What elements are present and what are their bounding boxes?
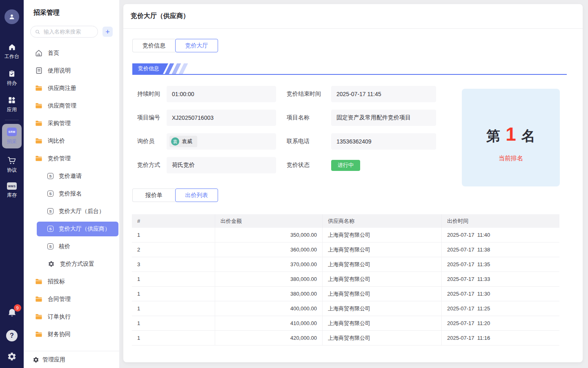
cell-index: 1	[132, 331, 215, 345]
sidebar-item-label: 竞价报名	[59, 190, 82, 197]
help-button[interactable]: ?	[6, 330, 18, 341]
form-row: 竞价方式 荷氏竞价 竞价状态 进行中	[132, 157, 360, 173]
srm-badge-icon: SRM	[7, 128, 17, 136]
sidebar-item-label: 供应商注册	[48, 85, 76, 92]
tab-bidding-hall[interactable]: 竞价大厅	[175, 39, 218, 52]
cell-amount: 360,000.00	[215, 242, 323, 257]
sidebar-item-instructions[interactable]: 使用说明	[24, 62, 119, 79]
rail-item-srm-active[interactable]: SRM 招采	[2, 124, 22, 148]
avatar[interactable]	[4, 9, 19, 24]
sidebar-item-procurement-management[interactable]: 采购管理	[24, 114, 119, 132]
field-label-end-time: 竞价结束时间	[287, 90, 326, 98]
cell-time: 2025-07-17 11:35	[442, 257, 559, 272]
sidebar-item-label: 使用说明	[48, 67, 71, 74]
tab-quotation[interactable]: 报价单	[132, 188, 175, 202]
rail-item-apps[interactable]: 应用	[7, 96, 17, 112]
col-header-amount: 出价金额	[215, 214, 323, 228]
sidebar-item-bidding-hall-backend[interactable]: S 竞价大厅（后台）	[24, 202, 119, 220]
sidebar-item-tendering[interactable]: 招投标	[24, 273, 119, 290]
cell-time: 2025-07-17 11:40	[442, 228, 559, 242]
home-icon	[35, 49, 42, 56]
cell-index: 1	[132, 287, 215, 301]
col-header-supplier: 供应商名称	[323, 214, 442, 228]
phone-field: 13536362409	[331, 133, 436, 150]
cell-index: 1	[132, 301, 215, 316]
folder-icon	[35, 85, 42, 91]
table-row[interactable]: 1 400,000.00 上海商贸有限公司 2025-07-17 11:25	[132, 301, 559, 316]
manage-apps-button[interactable]: 管理应用	[24, 351, 119, 368]
form-row: 持续时间 01:00:00 竞价结束时间 2025-07-17 11:45	[132, 86, 436, 102]
folder-icon	[35, 278, 42, 285]
tab-bidding-info[interactable]: 竞价信息	[132, 39, 175, 52]
main-tab-group: 竞价信息 竞价大厅	[132, 39, 218, 52]
table-header-row: # 出价金额 供应商名称 出价时间	[132, 214, 559, 228]
cell-supplier: 上海商贸有限公司	[323, 272, 442, 286]
main-stage: 竞价大厅（供应商） 竞价信息 竞价大厅 竞价信息 持续时间 01:00:00 竞…	[119, 0, 588, 368]
sidebar-item-bidding-invitation[interactable]: S 竞价邀请	[24, 167, 119, 185]
field-label-inquirer: 询价员	[137, 138, 167, 145]
tab-bid-list[interactable]: 出价列表	[175, 188, 218, 202]
cell-index: 2	[132, 242, 215, 257]
form-row: 询价员 袁 袁威 联系电话 13536362409	[132, 133, 436, 150]
sidebar-item-label: 首页	[48, 49, 59, 57]
rail-item-label: 招采	[7, 139, 17, 144]
cell-time: 2025-07-17 11:16	[442, 331, 559, 345]
sidebar-item-financial-collaboration[interactable]: 财务协同	[24, 325, 119, 343]
cell-amount: 410,000.00	[215, 316, 323, 330]
sidebar-item-contract-management[interactable]: 合同管理	[24, 290, 119, 308]
rank-number: 1	[506, 125, 516, 144]
search-field[interactable]	[43, 28, 93, 35]
gear-icon	[47, 260, 55, 267]
sidebar-item-home[interactable]: 首页	[24, 44, 119, 62]
duration-field: 01:00:00	[167, 86, 276, 102]
cell-index: 1	[132, 272, 215, 286]
status-badge: 进行中	[331, 160, 360, 171]
sidebar-item-supplier-registration[interactable]: 供应商注册	[24, 79, 119, 97]
form-row: 项目编号 XJ20250716003 项目名称 固定资产及常用配件竞价项目	[132, 110, 436, 126]
rail-item-inventory[interactable]: WMS 库存	[7, 182, 17, 197]
rail-divider	[5, 120, 19, 120]
sidebar-item-bidding-signup[interactable]: S 竞价报名	[24, 185, 119, 202]
sidebar-item-price-verification[interactable]: S 核价	[24, 238, 119, 255]
table-row[interactable]: 3 370,000.00 上海商贸有限公司 2025-07-17 11:35	[132, 257, 559, 272]
folder-icon	[35, 103, 42, 109]
cart-icon	[7, 157, 16, 165]
search-input[interactable]	[30, 26, 98, 38]
bidding-doc-icon: S	[47, 243, 53, 249]
rank-line: 第1名	[486, 125, 535, 144]
rail-item-workbench[interactable]: 工作台	[4, 43, 19, 59]
notifications-button[interactable]: 9	[7, 307, 17, 320]
add-button[interactable]: +	[102, 27, 113, 37]
workbench-home-icon	[8, 43, 16, 51]
cell-time: 2025-07-17 11:38	[442, 242, 559, 257]
gear-icon	[33, 357, 39, 363]
cell-supplier: 上海商贸有限公司	[323, 257, 442, 272]
sidebar-item-label: 财务协同	[48, 331, 71, 338]
sidebar-item-bidding-method-settings[interactable]: 竞价方式设置	[24, 255, 119, 273]
rail-item-agreement[interactable]: 协议	[7, 157, 17, 173]
cell-time: 2025-07-17 11:30	[442, 287, 559, 301]
rail-bottom: 9 ?	[6, 307, 18, 368]
sidebar-item-bidding-hall-supplier[interactable]: S 竞价大厅（供应商）	[37, 222, 118, 236]
sidebar-item-supplier-management[interactable]: 供应商管理	[24, 97, 119, 114]
rail-item-label: 待办	[7, 81, 17, 85]
sidebar-item-rfq[interactable]: 询比价	[24, 132, 119, 150]
sidebar-item-order-execution[interactable]: 订单执行	[24, 308, 119, 325]
rank-caption: 当前排名	[499, 155, 523, 162]
sidebar-item-bidding-management[interactable]: 竞价管理	[24, 150, 119, 167]
table-row[interactable]: 1 420,000.00 上海商贸有限公司 2025-07-17 11:16	[132, 331, 559, 346]
table-row[interactable]: 1 410,000.00 上海商贸有限公司 2025-07-17 11:20	[132, 316, 559, 331]
sidebar-item-label: 竞价邀请	[59, 173, 82, 180]
end-time-field: 2025-07-17 11:45	[331, 86, 436, 102]
table-row[interactable]: 1 380,000.00 上海商贸有限公司 2025-07-17 11:30	[132, 287, 559, 301]
content-card: 竞价大厅（供应商） 竞价信息 竞价大厅 竞价信息 持续时间 01:00:00 竞…	[123, 4, 583, 362]
bidding-method-field: 荷氏竞价	[167, 157, 276, 173]
sidebar-item-label: 竞价管理	[48, 155, 71, 162]
table-row[interactable]: 2 360,000.00 上海商贸有限公司 2025-07-17 11:38	[132, 242, 559, 257]
wms-badge-icon: WMS	[7, 182, 17, 190]
table-row[interactable]: 1 350,000.00 上海商贸有限公司 2025-07-17 11:40	[132, 228, 559, 242]
table-row[interactable]: 1 380,000.00 上海商贸有限公司 2025-07-17 11:33	[132, 272, 559, 287]
rail-item-todo[interactable]: 待办	[7, 70, 17, 85]
settings-gear-icon[interactable]	[7, 352, 17, 361]
folder-icon	[35, 120, 42, 126]
